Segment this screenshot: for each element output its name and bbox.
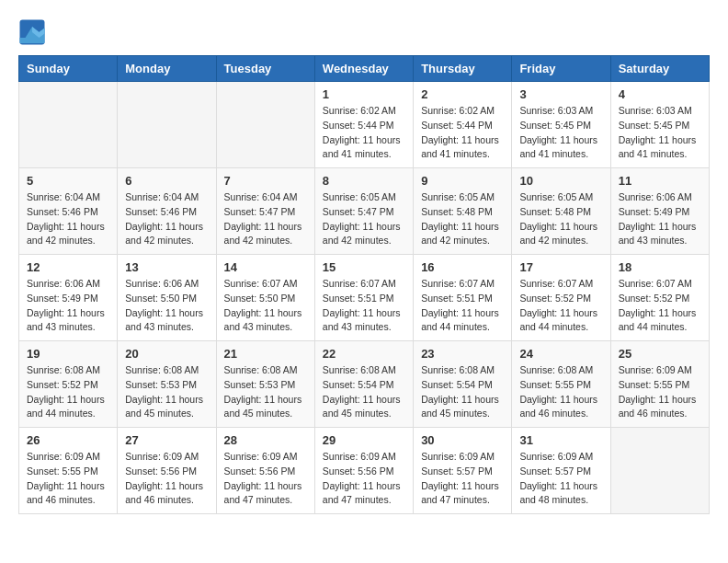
day-info: Sunrise: 6:07 AMSunset: 5:52 PMDaylight:… xyxy=(519,277,602,335)
day-info: Sunrise: 6:03 AMSunset: 5:45 PMDaylight:… xyxy=(519,104,602,162)
day-number: 5 xyxy=(27,174,109,188)
day-header-sunday: Sunday xyxy=(19,56,118,82)
day-info: Sunrise: 6:09 AMSunset: 5:56 PMDaylight:… xyxy=(224,450,307,508)
day-info: Sunrise: 6:07 AMSunset: 5:51 PMDaylight:… xyxy=(421,277,504,335)
day-info: Sunrise: 6:04 AMSunset: 5:46 PMDaylight:… xyxy=(125,190,208,248)
day-info: Sunrise: 6:06 AMSunset: 5:50 PMDaylight:… xyxy=(125,277,208,335)
day-header-saturday: Saturday xyxy=(610,56,709,82)
calendar-cell: 19Sunrise: 6:08 AMSunset: 5:52 PMDayligh… xyxy=(19,341,118,428)
day-header-tuesday: Tuesday xyxy=(216,56,314,82)
day-number: 2 xyxy=(421,87,504,101)
calendar-cell: 25Sunrise: 6:09 AMSunset: 5:55 PMDayligh… xyxy=(610,341,709,428)
day-number: 15 xyxy=(323,260,405,274)
day-info: Sunrise: 6:08 AMSunset: 5:55 PMDaylight:… xyxy=(519,363,602,421)
day-number: 22 xyxy=(323,347,405,361)
day-number: 29 xyxy=(323,433,405,447)
calendar-table: SundayMondayTuesdayWednesdayThursdayFrid… xyxy=(18,55,710,514)
calendar-cell xyxy=(216,82,314,168)
calendar-cell: 17Sunrise: 6:07 AMSunset: 5:52 PMDayligh… xyxy=(512,255,610,341)
day-info: Sunrise: 6:09 AMSunset: 5:57 PMDaylight:… xyxy=(519,450,602,508)
calendar-cell xyxy=(610,428,709,514)
day-info: Sunrise: 6:09 AMSunset: 5:55 PMDaylight:… xyxy=(27,450,109,508)
day-info: Sunrise: 6:08 AMSunset: 5:54 PMDaylight:… xyxy=(421,363,504,421)
day-number: 20 xyxy=(125,347,208,361)
day-info: Sunrise: 6:08 AMSunset: 5:52 PMDaylight:… xyxy=(27,363,109,421)
day-number: 11 xyxy=(619,174,701,188)
day-number: 9 xyxy=(421,174,504,188)
calendar-cell: 1Sunrise: 6:02 AMSunset: 5:44 PMDaylight… xyxy=(314,82,413,168)
day-header-wednesday: Wednesday xyxy=(314,56,413,82)
day-number: 10 xyxy=(519,174,602,188)
week-row-4: 19Sunrise: 6:08 AMSunset: 5:52 PMDayligh… xyxy=(19,341,710,428)
day-info: Sunrise: 6:08 AMSunset: 5:54 PMDaylight:… xyxy=(323,363,405,421)
day-info: Sunrise: 6:08 AMSunset: 5:53 PMDaylight:… xyxy=(224,363,307,421)
day-info: Sunrise: 6:07 AMSunset: 5:51 PMDaylight:… xyxy=(323,277,405,335)
calendar-cell: 8Sunrise: 6:05 AMSunset: 5:47 PMDaylight… xyxy=(314,168,413,255)
day-info: Sunrise: 6:02 AMSunset: 5:44 PMDaylight:… xyxy=(323,104,405,162)
day-number: 16 xyxy=(421,260,504,274)
calendar-cell: 5Sunrise: 6:04 AMSunset: 5:46 PMDaylight… xyxy=(19,168,118,255)
calendar-cell: 10Sunrise: 6:05 AMSunset: 5:48 PMDayligh… xyxy=(512,168,610,255)
day-header-friday: Friday xyxy=(512,56,610,82)
day-info: Sunrise: 6:05 AMSunset: 5:48 PMDaylight:… xyxy=(421,190,504,248)
day-number: 28 xyxy=(224,433,307,447)
calendar-cell: 18Sunrise: 6:07 AMSunset: 5:52 PMDayligh… xyxy=(610,255,709,341)
calendar-cell: 22Sunrise: 6:08 AMSunset: 5:54 PMDayligh… xyxy=(314,341,413,428)
calendar-cell: 13Sunrise: 6:06 AMSunset: 5:50 PMDayligh… xyxy=(118,255,216,341)
calendar-cell: 11Sunrise: 6:06 AMSunset: 5:49 PMDayligh… xyxy=(610,168,709,255)
calendar-cell: 21Sunrise: 6:08 AMSunset: 5:53 PMDayligh… xyxy=(216,341,314,428)
day-info: Sunrise: 6:04 AMSunset: 5:46 PMDaylight:… xyxy=(27,190,109,248)
calendar-cell: 9Sunrise: 6:05 AMSunset: 5:48 PMDaylight… xyxy=(414,168,512,255)
calendar-cell: 24Sunrise: 6:08 AMSunset: 5:55 PMDayligh… xyxy=(512,341,610,428)
day-info: Sunrise: 6:02 AMSunset: 5:44 PMDaylight:… xyxy=(421,104,504,162)
day-info: Sunrise: 6:07 AMSunset: 5:52 PMDaylight:… xyxy=(619,277,701,335)
day-number: 27 xyxy=(125,433,208,447)
day-number: 7 xyxy=(224,174,307,188)
calendar-cell: 30Sunrise: 6:09 AMSunset: 5:57 PMDayligh… xyxy=(414,428,512,514)
day-info: Sunrise: 6:09 AMSunset: 5:55 PMDaylight:… xyxy=(619,363,701,421)
day-info: Sunrise: 6:07 AMSunset: 5:50 PMDaylight:… xyxy=(224,277,307,335)
day-info: Sunrise: 6:06 AMSunset: 5:49 PMDaylight:… xyxy=(27,277,109,335)
calendar-cell: 2Sunrise: 6:02 AMSunset: 5:44 PMDaylight… xyxy=(414,82,512,168)
day-info: Sunrise: 6:03 AMSunset: 5:45 PMDaylight:… xyxy=(619,104,701,162)
week-row-5: 26Sunrise: 6:09 AMSunset: 5:55 PMDayligh… xyxy=(19,428,710,514)
day-number: 25 xyxy=(619,347,701,361)
day-info: Sunrise: 6:05 AMSunset: 5:48 PMDaylight:… xyxy=(519,190,602,248)
day-number: 31 xyxy=(519,433,602,447)
calendar-cell: 6Sunrise: 6:04 AMSunset: 5:46 PMDaylight… xyxy=(118,168,216,255)
week-row-3: 12Sunrise: 6:06 AMSunset: 5:49 PMDayligh… xyxy=(19,255,710,341)
calendar-cell: 26Sunrise: 6:09 AMSunset: 5:55 PMDayligh… xyxy=(19,428,118,514)
calendar-cell: 27Sunrise: 6:09 AMSunset: 5:56 PMDayligh… xyxy=(118,428,216,514)
calendar-cell: 12Sunrise: 6:06 AMSunset: 5:49 PMDayligh… xyxy=(19,255,118,341)
day-number: 18 xyxy=(619,260,701,274)
day-number: 19 xyxy=(27,347,109,361)
calendar-header-row: SundayMondayTuesdayWednesdayThursdayFrid… xyxy=(19,56,710,82)
day-number: 12 xyxy=(27,260,109,274)
calendar-cell: 15Sunrise: 6:07 AMSunset: 5:51 PMDayligh… xyxy=(314,255,413,341)
day-number: 1 xyxy=(323,87,405,101)
day-number: 6 xyxy=(125,174,208,188)
day-header-monday: Monday xyxy=(118,56,216,82)
calendar-cell: 3Sunrise: 6:03 AMSunset: 5:45 PMDaylight… xyxy=(512,82,610,168)
calendar-cell: 31Sunrise: 6:09 AMSunset: 5:57 PMDayligh… xyxy=(512,428,610,514)
day-info: Sunrise: 6:05 AMSunset: 5:47 PMDaylight:… xyxy=(323,190,405,248)
week-row-2: 5Sunrise: 6:04 AMSunset: 5:46 PMDaylight… xyxy=(19,168,710,255)
day-number: 3 xyxy=(519,87,602,101)
day-info: Sunrise: 6:09 AMSunset: 5:56 PMDaylight:… xyxy=(323,450,405,508)
day-number: 4 xyxy=(619,87,701,101)
week-row-1: 1Sunrise: 6:02 AMSunset: 5:44 PMDaylight… xyxy=(19,82,710,168)
day-number: 23 xyxy=(421,347,504,361)
calendar-cell: 4Sunrise: 6:03 AMSunset: 5:45 PMDaylight… xyxy=(610,82,709,168)
calendar-cell: 28Sunrise: 6:09 AMSunset: 5:56 PMDayligh… xyxy=(216,428,314,514)
day-number: 30 xyxy=(421,433,504,447)
day-number: 14 xyxy=(224,260,307,274)
day-number: 24 xyxy=(519,347,602,361)
calendar-cell: 7Sunrise: 6:04 AMSunset: 5:47 PMDaylight… xyxy=(216,168,314,255)
day-info: Sunrise: 6:06 AMSunset: 5:49 PMDaylight:… xyxy=(619,190,701,248)
day-header-thursday: Thursday xyxy=(414,56,512,82)
day-info: Sunrise: 6:08 AMSunset: 5:53 PMDaylight:… xyxy=(125,363,208,421)
day-info: Sunrise: 6:04 AMSunset: 5:47 PMDaylight:… xyxy=(224,190,307,248)
logo-icon xyxy=(18,18,46,46)
day-number: 26 xyxy=(27,433,109,447)
calendar-cell xyxy=(19,82,118,168)
